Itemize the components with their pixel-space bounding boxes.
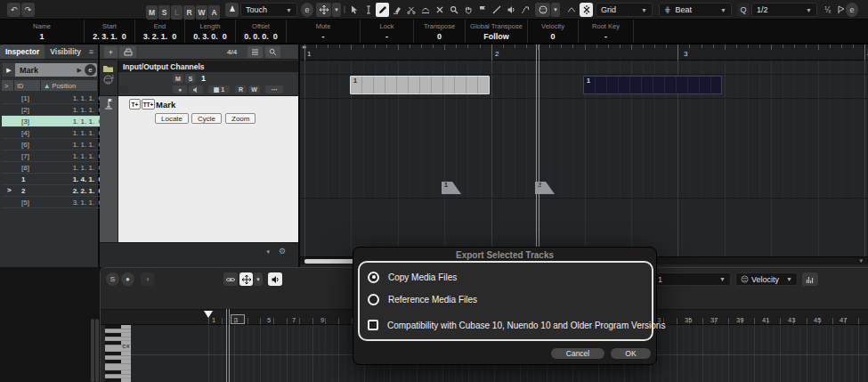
editor-cursor-handle[interactable]	[204, 311, 213, 318]
editor-record-button[interactable]: ●	[121, 272, 134, 286]
track1-editor-button[interactable]: ⋯	[265, 85, 283, 93]
cancel-button[interactable]: Cancel	[551, 348, 604, 359]
info-field-lock[interactable]: Lock-	[361, 20, 414, 43]
track1-instrument-slot[interactable]: ▦1	[208, 85, 230, 93]
ok-button[interactable]: OK	[611, 348, 651, 359]
marker-row[interactable]: [7]1. 1. 1. 0	[2, 150, 100, 162]
marker-cycle-button[interactable]: Cycle	[191, 113, 222, 124]
info-field-root-key[interactable]: Root Key-	[579, 20, 634, 43]
info-field-global-transpose[interactable]: Global TransposeFollow	[466, 20, 528, 43]
line-tool-button[interactable]	[490, 3, 503, 17]
global-l-button[interactable]: L	[171, 5, 183, 20]
controller-setup-button[interactable]	[802, 272, 818, 286]
acoustic-feedback-button[interactable]	[268, 272, 282, 286]
radio-selected-icon[interactable]	[368, 272, 379, 283]
midi-part[interactable]: 1	[350, 76, 490, 94]
marker-row[interactable]: [1]1. 1. 1. 0	[2, 93, 100, 104]
comp-tool-button[interactable]	[475, 3, 489, 17]
folder-track-row[interactable]: Input/Output Channels	[100, 61, 298, 72]
info-field-velocity[interactable]: Velocity0	[528, 20, 579, 43]
midi-part[interactable]: 1	[583, 76, 722, 94]
object-selection-tool-button[interactable]	[347, 3, 361, 17]
reference-media-option[interactable]: Reference Media Files	[368, 293, 477, 305]
draw-tool-button[interactable]	[376, 3, 389, 17]
marker-arrow-column[interactable]: >	[2, 80, 14, 91]
edit-channel-button[interactable]: e	[85, 64, 96, 76]
track-preset-button[interactable]	[119, 46, 136, 58]
glue-tool-button[interactable]	[418, 3, 432, 17]
automation-mode-dropdown[interactable]: Touch ▼	[240, 3, 297, 17]
quantize-icon-button[interactable]: Q	[737, 3, 750, 17]
add-marker-button[interactable]: T+	[129, 99, 141, 110]
snap-on-off-button[interactable]	[580, 3, 593, 17]
quantize-panel-button[interactable]: e	[846, 3, 858, 17]
split-tool-button[interactable]	[404, 3, 418, 17]
track-visibility-button[interactable]	[247, 46, 263, 58]
zoom-menu-icon[interactable]: ▾	[859, 257, 863, 264]
track-inspector-header[interactable]: ▶ Mark ▶ e	[3, 63, 97, 77]
info-field-start[interactable]: Start2. 3. 1. 0	[85, 20, 135, 43]
erase-tool-button[interactable]	[390, 3, 403, 17]
compatibility-option[interactable]: Compatibility with Cubase 10, Nuendo 10 …	[368, 319, 665, 331]
track1-write-button[interactable]: W	[248, 85, 260, 93]
info-field-length[interactable]: Length0. 3. 0. 0	[185, 20, 236, 43]
zoom-preset-dropdown-icon[interactable]: ▾	[266, 248, 270, 256]
marker-row[interactable]: [4]1. 1. 1. 0	[2, 127, 100, 139]
instrument-track-row[interactable]: 1 M S 1 ● ▦1 R W ⋯	[100, 72, 298, 96]
inspector-menu-icon[interactable]: ≡	[89, 45, 98, 59]
track1-monitor-button[interactable]	[189, 85, 203, 93]
gear-icon[interactable]: ⚙	[279, 247, 286, 256]
automation-icon-button[interactable]	[225, 3, 239, 17]
nudge-icon-button[interactable]	[564, 3, 578, 17]
info-field-name[interactable]: Name1	[0, 20, 85, 43]
editor-auto-scroll-button[interactable]	[239, 272, 253, 286]
info-field-transpose[interactable]: Transpose0	[414, 20, 466, 43]
automation-panel-button[interactable]: e	[301, 3, 313, 17]
global-w-button[interactable]: W	[196, 5, 207, 20]
mute-tool-button[interactable]	[433, 3, 446, 17]
vertical-scrollbar[interactable]	[95, 319, 99, 382]
warp-tool-button[interactable]	[518, 3, 531, 17]
global-a-button[interactable]: A	[208, 5, 220, 20]
editor-feedback-dim-button[interactable]: ◑	[141, 272, 154, 286]
info-field-end[interactable]: End3. 2. 1. 0	[135, 20, 185, 43]
tab-inspector[interactable]: Inspector	[0, 45, 45, 59]
marker-event[interactable]: 1	[442, 182, 461, 194]
redo-button[interactable]: ↷	[21, 3, 35, 17]
link-cursors-button[interactable]	[223, 272, 238, 286]
zoom-tool-button[interactable]	[447, 3, 460, 17]
copy-media-option[interactable]: Copy Media Files	[368, 271, 457, 283]
vertical-zoom-slider[interactable]	[91, 319, 94, 382]
marker-id-column[interactable]: ID	[14, 80, 41, 91]
marker-track-row[interactable]: T+ TT+ Mark LocateCycleZoom	[100, 96, 298, 242]
track1-mute-button[interactable]: M	[173, 74, 183, 83]
editor-solo-button[interactable]: S	[106, 272, 119, 286]
info-field-mute[interactable]: Mute-	[287, 20, 361, 43]
undo-button[interactable]: ↶	[7, 3, 20, 17]
editor-auto-scroll-options[interactable]: ▼	[254, 272, 263, 286]
triplet-quantize-button[interactable]: ⅟ₓ	[821, 3, 834, 17]
quantize-dropdown[interactable]: 1/2 ▼	[751, 3, 817, 17]
audition-tool-button[interactable]	[504, 3, 517, 17]
checkbox-icon[interactable]	[368, 320, 378, 330]
find-track-button[interactable]	[265, 46, 280, 58]
range-selection-tool-button[interactable]	[361, 3, 375, 17]
global-m-button[interactable]: M	[146, 5, 158, 20]
auto-scroll-options-button[interactable]: ▼	[332, 3, 341, 17]
radio-unselected-icon[interactable]	[368, 294, 379, 305]
tab-visibility[interactable]: Visibility	[45, 45, 86, 59]
marker-row[interactable]: [3]1. 1. 1. 0	[2, 116, 100, 127]
expand-icon[interactable]: ▶	[3, 63, 15, 77]
color-tool-button[interactable]	[535, 3, 550, 17]
part-selector-dropdown[interactable]: 1 ▼	[653, 272, 731, 286]
track1-read-button[interactable]: R	[235, 85, 247, 93]
marker-row[interactable]: [6]1. 1. 1. 0	[2, 139, 100, 150]
global-r-button[interactable]: R	[183, 5, 195, 20]
hand-tool-button[interactable]	[461, 3, 475, 17]
snap-type-dropdown[interactable]: Grid ▼	[596, 3, 653, 17]
marker-row[interactable]: 11. 4. 1. 0	[2, 174, 100, 185]
controller-lane-dropdown[interactable]: Velocity ▼	[735, 272, 798, 286]
add-cycle-marker-button[interactable]: TT+	[142, 99, 155, 110]
marker-locate-button[interactable]: Locate	[155, 113, 189, 124]
marker-row[interactable]: [8]1. 1. 1. 0	[2, 162, 100, 174]
